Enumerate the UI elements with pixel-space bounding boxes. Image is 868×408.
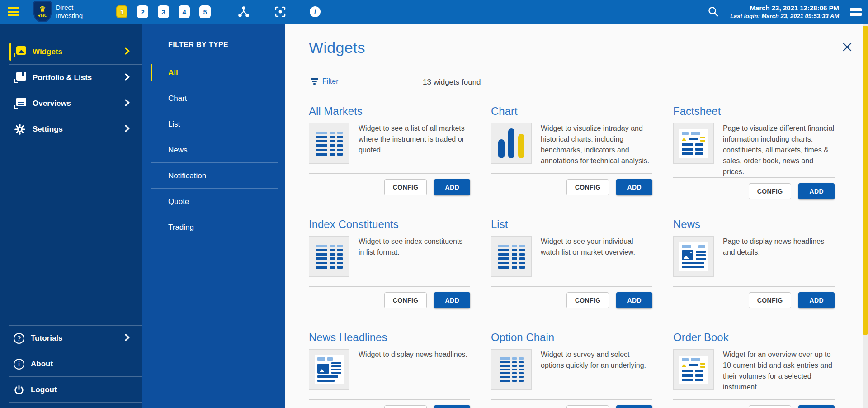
- order-book-icon: [673, 349, 714, 390]
- widget-card-option-chain: Option Chain Widget to survey and select…: [491, 331, 652, 408]
- info-circle-icon: i: [14, 359, 24, 370]
- gear-icon: [14, 123, 26, 135]
- divider: [491, 286, 652, 287]
- config-button[interactable]: CONFIG: [749, 405, 792, 408]
- widget-card-title: Option Chain: [491, 331, 652, 344]
- widgets-icon: [14, 46, 26, 58]
- widget-card-description: Widget to display news headlines.: [359, 349, 470, 390]
- sidebar-item-about[interactable]: i About: [0, 351, 142, 377]
- search-row: 13 widgets found: [309, 75, 868, 90]
- sidebar-item-logout[interactable]: Logout: [0, 377, 142, 403]
- add-button[interactable]: ADD: [798, 292, 835, 308]
- brand-logo: ♛ RBC Direct Investing: [33, 1, 83, 22]
- add-button[interactable]: ADD: [434, 292, 470, 308]
- main-sidebar: Widgets Portfolio & Lists Overviews Sett…: [0, 24, 142, 408]
- info-icon[interactable]: i: [310, 6, 321, 17]
- brand-line2: Investing: [56, 12, 83, 20]
- add-button[interactable]: ADD: [616, 405, 652, 408]
- sidebar-item-settings[interactable]: Settings: [0, 116, 142, 142]
- sidebar-item-overviews[interactable]: Overviews: [0, 90, 142, 116]
- widget-card-description: Widget for an overview over up to 10 cur…: [723, 349, 835, 393]
- workspace-tab-3[interactable]: 3: [158, 5, 169, 18]
- widget-card-title: Index Constituents: [309, 218, 470, 231]
- config-button[interactable]: CONFIG: [384, 405, 427, 408]
- widget-card-description: Widget to see index constituents in list…: [359, 236, 470, 277]
- workspace-tab-4[interactable]: 4: [179, 5, 190, 18]
- config-button[interactable]: CONFIG: [749, 292, 792, 308]
- widget-card-factsheet: Factsheet Page to visualize differen: [673, 105, 835, 218]
- widget-card-news: News Page to display news headlines and …: [673, 218, 835, 331]
- body-row: Widgets Portfolio & Lists Overviews Sett…: [0, 24, 868, 408]
- page-title: Widgets: [309, 39, 868, 57]
- sidebar-item-tutorials[interactable]: ? Tutorials: [0, 325, 142, 351]
- portfolio-icon: [14, 72, 26, 84]
- widgets-catalog-panel: Widgets 13 widgets found All Markets: [285, 24, 868, 408]
- add-button[interactable]: ADD: [798, 183, 835, 199]
- filter-input-wrap: [309, 75, 411, 90]
- filter-option-news[interactable]: News: [142, 137, 285, 163]
- add-button[interactable]: ADD: [434, 405, 470, 408]
- filter-option-all[interactable]: All: [142, 60, 285, 85]
- widget-card-description: Widget to survey and select options quic…: [541, 349, 652, 390]
- filter-option-notification[interactable]: Notification: [142, 163, 285, 189]
- workspace-tab-1[interactable]: 1: [116, 5, 127, 18]
- config-button[interactable]: CONFIG: [566, 179, 609, 195]
- widget-card-index-constituents: Index Constituents Widget to see index c…: [309, 218, 470, 331]
- info-icon-glyph: i: [310, 6, 321, 17]
- scrollbar-thumb[interactable]: [863, 26, 868, 335]
- sidebar-item-label: Tutorials: [31, 334, 63, 343]
- filter-option-list[interactable]: List: [142, 111, 285, 137]
- brand-line1: Direct: [56, 4, 83, 12]
- brand-name: Direct Investing: [56, 4, 83, 20]
- divider: [673, 399, 835, 400]
- widget-card-description: Page to display news headlines and detai…: [723, 236, 835, 277]
- filter-option-label: Quote: [168, 197, 189, 206]
- config-button[interactable]: CONFIG: [566, 405, 609, 408]
- hamburger-menu-icon[interactable]: [0, 7, 27, 16]
- sidebar-item-widgets[interactable]: Widgets: [0, 39, 142, 65]
- focus-target-icon[interactable]: [274, 6, 286, 18]
- search-icon[interactable]: [708, 6, 719, 18]
- workspace-tab-5[interactable]: 5: [199, 5, 211, 18]
- chevron-right-icon: [124, 73, 130, 83]
- chevron-right-icon: [124, 99, 130, 109]
- config-button[interactable]: CONFIG: [566, 292, 609, 308]
- widget-card-description: Widget to see your individual watch list…: [541, 236, 652, 277]
- widget-card-description: Widget to visualize intraday and histori…: [541, 123, 652, 166]
- sidebar-item-label: Portfolio & Lists: [33, 73, 92, 82]
- divider: [309, 399, 470, 400]
- table-list-icon: [309, 236, 349, 277]
- filter-option-chart[interactable]: Chart: [142, 85, 285, 111]
- config-button[interactable]: CONFIG: [384, 179, 427, 195]
- config-button[interactable]: CONFIG: [749, 183, 792, 199]
- filter-option-quote[interactable]: Quote: [142, 189, 285, 214]
- config-button[interactable]: CONFIG: [384, 292, 427, 308]
- sidebar-bottom-group: ? Tutorials i About Logout: [0, 325, 142, 403]
- add-button[interactable]: ADD: [616, 292, 652, 308]
- vertical-scrollbar: [863, 24, 868, 408]
- filter-option-label: All: [168, 68, 178, 77]
- filter-input[interactable]: [309, 75, 411, 90]
- widget-card-title: News: [673, 218, 835, 231]
- last-login: Last login: March 23, 2021 09:53:33 AM: [730, 13, 839, 19]
- add-button[interactable]: ADD: [798, 405, 835, 408]
- add-button[interactable]: ADD: [616, 179, 652, 195]
- flag-icon[interactable]: [850, 8, 862, 16]
- workspace-tools-icon[interactable]: [238, 6, 250, 18]
- power-icon: [14, 384, 24, 396]
- rbc-emblem-icon: ♛: [39, 5, 46, 13]
- filter-option-trading[interactable]: Trading: [142, 214, 285, 240]
- add-button[interactable]: ADD: [434, 179, 470, 195]
- sidebar-item-portfolio-lists[interactable]: Portfolio & Lists: [0, 65, 142, 90]
- active-indicator: [9, 43, 11, 61]
- funnel-filter-icon: [311, 78, 318, 85]
- divider: [491, 173, 652, 174]
- filter-option-label: News: [168, 146, 188, 155]
- workspace-tab-2[interactable]: 2: [137, 5, 148, 18]
- news-icon: [673, 236, 714, 277]
- overviews-icon: [14, 98, 26, 109]
- sidebar-item-label: Settings: [33, 125, 63, 134]
- chevron-right-icon: [124, 333, 130, 343]
- close-icon[interactable]: [842, 42, 853, 54]
- filter-option-label: Notification: [168, 171, 206, 180]
